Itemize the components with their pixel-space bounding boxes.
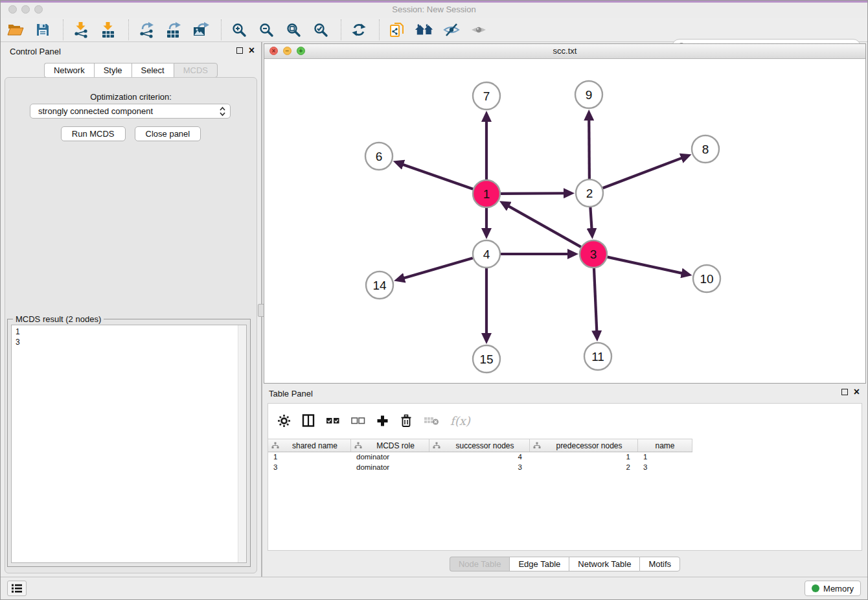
tab-network[interactable]: Network <box>44 63 94 78</box>
houses-icon[interactable] <box>415 20 434 40</box>
close-panel-button[interactable]: Close panel <box>135 126 201 141</box>
zoom-in-icon[interactable] <box>229 20 249 40</box>
table-row[interactable]: 1dominator411 <box>268 452 862 462</box>
unselect-all-columns-icon[interactable] <box>351 416 365 425</box>
graph-edge-4-14[interactable] <box>403 258 473 279</box>
table-cell[interactable]: 3 <box>268 462 351 472</box>
toolbar-separator <box>379 19 380 40</box>
refresh-view-icon[interactable] <box>349 20 369 40</box>
tab-network-table[interactable]: Network Table <box>569 557 639 571</box>
criterion-select[interactable]: strongly connected component <box>30 104 231 119</box>
graph-node-1[interactable]: 1 <box>473 180 500 207</box>
result-scrollbar[interactable] <box>238 325 246 562</box>
graph-node-label: 2 <box>586 187 593 200</box>
function-builder-icon[interactable]: f(x) <box>450 414 470 428</box>
tab-motifs[interactable]: Motifs <box>639 557 680 571</box>
graph-edge-1-2[interactable] <box>501 193 565 194</box>
list-icon <box>11 583 23 594</box>
column-header-mcds-role[interactable]: MCDS role <box>351 439 429 452</box>
memory-button[interactable]: Memory <box>805 581 861 596</box>
graph-node-6[interactable]: 6 <box>365 143 393 170</box>
zoom-out-icon[interactable] <box>257 20 276 40</box>
graph-node-4[interactable]: 4 <box>473 240 500 268</box>
tab-select[interactable]: Select <box>131 63 174 78</box>
graph-node-label: 4 <box>483 248 490 261</box>
tab-network-label: Network <box>54 65 85 75</box>
graph-edge-2-9[interactable] <box>589 119 589 179</box>
graph-edge-2-3[interactable] <box>590 207 591 230</box>
tab-style-label: Style <box>104 65 122 75</box>
column-header-successor-nodes[interactable]: successor nodes <box>429 439 530 452</box>
close-panel-icon[interactable]: × <box>249 47 255 54</box>
graph-node-2[interactable]: 2 <box>576 179 603 207</box>
graph-node-11[interactable]: 11 <box>584 343 611 370</box>
run-mcds-button[interactable]: Run MCDS <box>61 126 126 141</box>
table-cell[interactable]: 1 <box>530 452 638 462</box>
table-panel-title: Table Panel <box>269 389 313 398</box>
table-cell[interactable]: 1 <box>268 452 351 462</box>
graph-node-10[interactable]: 10 <box>693 265 720 292</box>
graph-edge-3-11[interactable] <box>594 268 597 332</box>
mcds-result-area[interactable]: 1 3 <box>11 325 247 563</box>
graph-node-8[interactable]: 8 <box>692 135 719 163</box>
tab-node-table[interactable]: Node Table <box>450 557 510 571</box>
table-cell[interactable]: 4 <box>429 452 530 462</box>
graph-node-9[interactable]: 9 <box>575 81 602 108</box>
delete-trash-icon[interactable] <box>400 413 413 428</box>
close-table-panel-icon[interactable]: × <box>854 389 860 395</box>
save-session-icon[interactable] <box>33 20 52 40</box>
table-cell[interactable]: dominator <box>351 452 429 462</box>
hide-eye-slash-icon[interactable] <box>442 20 461 40</box>
table-cell[interactable]: dominator <box>351 462 429 472</box>
select-all-columns-icon[interactable] <box>326 416 340 425</box>
zoom-fit-icon[interactable] <box>284 20 303 40</box>
graph-edge-3-1[interactable] <box>507 205 581 247</box>
graph-node-15[interactable]: 15 <box>473 345 500 373</box>
network-view-window: × − + scc.txt 7968124314101511 <box>264 43 866 384</box>
float-table-panel-icon[interactable] <box>841 389 848 395</box>
graph-node-14[interactable]: 14 <box>366 271 393 299</box>
column-header-name[interactable]: name <box>638 439 692 452</box>
graph-node-label: 9 <box>586 88 593 102</box>
float-panel-icon[interactable] <box>236 47 243 54</box>
tab-mcds-label: MCDS <box>183 65 208 75</box>
export-network-icon[interactable] <box>137 20 156 40</box>
column-header-shared-name[interactable]: shared name <box>268 439 351 452</box>
tab-edge-table[interactable]: Edge Table <box>509 557 569 571</box>
column-label: MCDS role <box>362 441 429 450</box>
toolbar-separator <box>63 19 63 40</box>
delete-table-icon[interactable] <box>424 415 439 426</box>
graph-edge-2-8[interactable] <box>603 157 683 188</box>
open-session-icon[interactable] <box>6 20 25 40</box>
table-settings-gear-icon[interactable] <box>277 414 291 428</box>
task-history-button[interactable] <box>7 581 27 596</box>
table-cell[interactable]: 1 <box>638 452 692 462</box>
zoom-selected-icon[interactable] <box>311 20 330 40</box>
add-row-plus-icon[interactable] <box>376 415 389 427</box>
graph-node-7[interactable]: 7 <box>473 82 500 110</box>
table-row[interactable]: 3dominator323 <box>268 462 862 472</box>
export-table-icon[interactable] <box>164 20 183 40</box>
table-cell[interactable]: 2 <box>530 462 638 472</box>
table-cell[interactable]: 3 <box>638 462 692 472</box>
tab-style[interactable]: Style <box>94 63 131 78</box>
network-window-titlebar[interactable]: × − + scc.txt <box>264 44 865 59</box>
mcds-result-text: 1 3 <box>16 327 236 561</box>
table-cell[interactable]: 3 <box>429 462 530 472</box>
main-toolbar <box>1 17 867 42</box>
import-table-icon[interactable] <box>98 20 118 40</box>
export-image-icon[interactable] <box>191 20 211 40</box>
graph-edge-1-6[interactable] <box>402 164 473 189</box>
graph-edge-3-10[interactable] <box>607 257 683 273</box>
network-canvas[interactable]: 7968124314101511 <box>264 59 865 383</box>
table-tabs: Node Table Edge Table Network Table Moti… <box>264 557 866 571</box>
column-header-predecessor-nodes[interactable]: predecessor nodes <box>530 439 638 452</box>
tab-mcds[interactable]: MCDS <box>174 63 218 78</box>
table-toolbar: f(x) <box>268 404 862 437</box>
show-eye-icon[interactable] <box>469 20 488 40</box>
graph-node-label: 10 <box>700 272 713 286</box>
import-network-icon[interactable] <box>71 20 91 40</box>
clone-network-icon[interactable] <box>387 20 407 40</box>
graph-node-3[interactable]: 3 <box>580 240 607 268</box>
show-columns-icon[interactable] <box>302 414 315 427</box>
